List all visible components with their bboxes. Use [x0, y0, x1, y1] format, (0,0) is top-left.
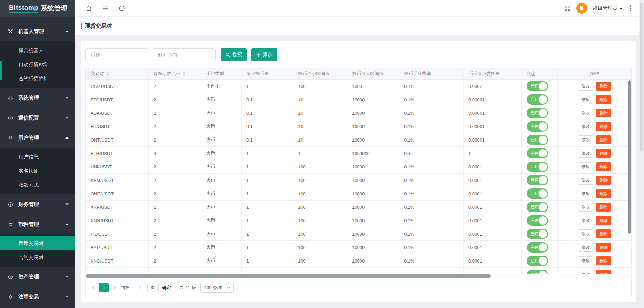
more-icon[interactable] — [628, 4, 632, 12]
confirm-button[interactable]: 确定 — [158, 283, 175, 292]
sort-icon[interactable] — [106, 72, 109, 76]
delete-button[interactable]: 删除 — [596, 109, 611, 117]
delete-button[interactable]: 删除 — [596, 203, 611, 212]
delete-button[interactable]: 删除 — [596, 122, 611, 131]
prev-page-icon[interactable] — [91, 285, 96, 290]
table-cell: 2 — [149, 106, 201, 120]
edit-button[interactable]: 修改 — [578, 189, 593, 198]
edit-button[interactable]: 修改 — [578, 82, 593, 91]
status-toggle[interactable]: 启用 — [527, 270, 548, 274]
horizontal-scrollbar-thumb[interactable] — [86, 274, 491, 278]
sidebar-item-contract-pairs[interactable]: 合约交易对 — [0, 250, 75, 265]
status-toggle[interactable]: 启用 — [527, 162, 548, 172]
add-button[interactable]: 添加 — [251, 48, 277, 61]
edit-button[interactable]: 修改 — [578, 122, 593, 131]
delete-button[interactable]: 删除 — [596, 162, 611, 171]
user-menu[interactable]: 超级管理员 — [593, 5, 623, 11]
status-toggle[interactable]: 启用 — [527, 94, 548, 105]
delete-button[interactable]: 删除 — [596, 216, 611, 225]
daterange-input[interactable] — [153, 48, 216, 61]
delete-button[interactable]: 删除 — [596, 135, 611, 144]
dollar-circle-icon: $ — [8, 274, 13, 280]
delete-button[interactable]: 删除 — [596, 243, 611, 252]
sidebar-item-currency-management[interactable]: 币种管理 — [0, 214, 75, 234]
search-button[interactable]: 搜索 — [221, 48, 247, 61]
sidebar-item-user-info[interactable]: 用户信息 — [0, 150, 75, 164]
delete-button[interactable]: 删除 — [596, 82, 611, 91]
chevron-down-icon — [619, 8, 623, 10]
status-toggle[interactable]: 启用 — [527, 215, 548, 226]
status-toggle[interactable]: 启用 — [527, 135, 548, 145]
edit-button[interactable]: 修改 — [578, 135, 593, 144]
edit-button[interactable]: 修改 — [578, 270, 593, 274]
edit-button[interactable]: 修改 — [578, 256, 593, 265]
edit-button[interactable]: 修改 — [578, 243, 593, 252]
status-toggle[interactable]: 启用 — [527, 121, 548, 132]
col-decimals[interactable]: 保留小数点位 — [149, 68, 201, 79]
sidebar-item-robot-management[interactable]: 机器人管理 — [0, 21, 75, 41]
delete-button[interactable]: 删除 — [596, 176, 611, 185]
next-page-icon[interactable] — [112, 285, 117, 290]
sidebar-item-fiat-trade[interactable]: 法币交易 — [0, 287, 75, 307]
home-icon[interactable] — [85, 5, 92, 12]
page-size-select[interactable]: 100 条/页 — [200, 283, 234, 293]
edit-button[interactable]: 修改 — [578, 95, 593, 104]
sidebar-item-spot-pairs[interactable]: 币币交易对 — [0, 236, 75, 250]
status-toggle[interactable]: 启用 — [527, 229, 548, 239]
page-scrollbar-thumb[interactable] — [640, 3, 643, 151]
sidebar-item-system-management[interactable]: 系统管理 — [0, 88, 75, 108]
sidebar-item-user-management[interactable]: 用户管理 — [0, 128, 75, 148]
table-cell: 火币 — [201, 93, 242, 106]
status-toggle[interactable]: 启用 — [527, 81, 548, 91]
edit-button[interactable]: 修改 — [578, 203, 593, 212]
status-toggle[interactable]: 启用 — [527, 148, 548, 158]
edit-button[interactable]: 修改 — [578, 216, 593, 225]
edit-button[interactable]: 修改 — [578, 162, 593, 171]
sidebar-item-asset-management[interactable]: $ 资产管理 — [0, 267, 75, 287]
sidebar-item-auto-kline[interactable]: 自动行情K线 — [0, 58, 75, 72]
fullscreen-icon[interactable] — [564, 5, 571, 11]
status-toggle[interactable]: 启用 — [527, 188, 548, 199]
status-toggle[interactable]: 启用 — [527, 242, 548, 253]
edit-button[interactable]: 修改 — [578, 109, 593, 117]
refresh-icon[interactable] — [118, 5, 125, 12]
status-toggle[interactable]: 启用 — [527, 175, 548, 185]
status-toggle[interactable]: 启用 — [527, 108, 548, 118]
table-cell — [516, 147, 522, 160]
table-vertical-scrollbar[interactable] — [628, 80, 631, 234]
delete-button[interactable]: 删除 — [596, 149, 611, 158]
edit-button[interactable]: 修改 — [578, 176, 593, 185]
avatar[interactable]: ฿ — [576, 3, 587, 14]
page-number-button[interactable]: 1 — [99, 283, 109, 292]
sidebar-item-payment-method[interactable]: 收款方式 — [0, 178, 75, 192]
goto-page-input[interactable] — [133, 283, 148, 292]
delete-button[interactable]: 删除 — [596, 256, 611, 265]
table-cell: 100 — [293, 174, 347, 187]
sidebar-item-matching-robot[interactable]: 撮合机器人 — [0, 43, 75, 58]
status-toggle-label: 启用 — [530, 83, 539, 89]
currency-input[interactable] — [85, 48, 148, 61]
table-cell: 启用 — [522, 80, 558, 93]
edit-button[interactable]: 修改 — [578, 229, 593, 238]
table-cell: 火币 — [201, 106, 242, 120]
delete-button[interactable]: 删除 — [596, 229, 611, 238]
sidebar-item-comm-config[interactable]: € 通信配置 — [0, 108, 75, 128]
sidebar-scrollbar-thumb[interactable] — [0, 61, 2, 80]
table-cell: HT/USDT — [86, 120, 149, 133]
status-toggle[interactable]: 启用 — [527, 256, 548, 266]
sidebar-item-contract-pin[interactable]: 合约行情插针 — [0, 72, 75, 86]
page-scrollbar[interactable] — [639, 0, 644, 308]
col-pair[interactable]: 交易对 — [86, 68, 149, 79]
sidebar-item-finance-management[interactable]: ¥ 财务管理 — [0, 194, 75, 214]
delete-button[interactable]: 删除 — [596, 95, 611, 104]
tools-icon — [8, 29, 13, 34]
delete-button[interactable]: 删除 — [596, 270, 611, 274]
sort-icon[interactable] — [183, 72, 186, 76]
menu-fold-icon[interactable] — [102, 5, 109, 12]
edit-button[interactable]: 修改 — [578, 149, 593, 158]
sidebar-item-kyc[interactable]: 实名认证 — [0, 164, 75, 178]
status-toggle[interactable]: 启用 — [527, 202, 548, 212]
table-cell: 启用 — [522, 201, 558, 214]
delete-button[interactable]: 删除 — [596, 189, 611, 198]
sidebar: Bitstamp 系统管理 机器人管理 撮合机器人 自动行情K线 合约行情插针 … — [0, 0, 75, 308]
